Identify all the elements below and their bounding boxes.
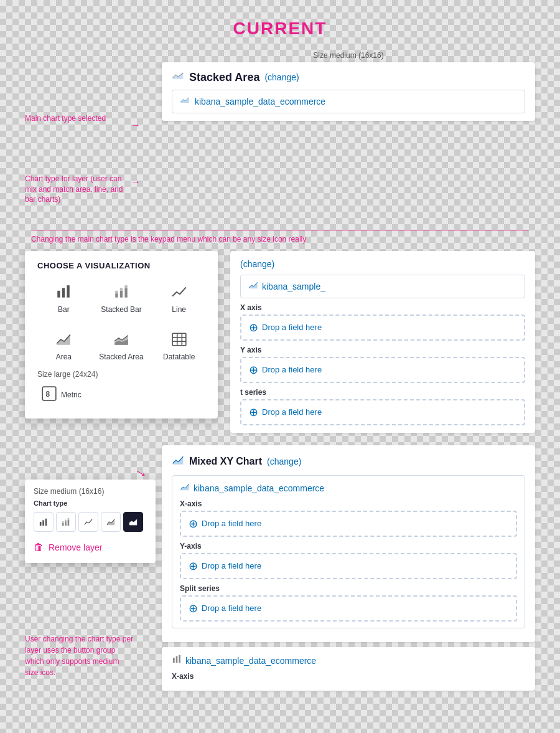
- chart-type-btn-stacked-area[interactable]: [123, 512, 143, 532]
- svg-rect-3: [62, 288, 65, 297]
- remove-layer-button[interactable]: 🗑 Remove layer: [34, 539, 147, 556]
- svg-rect-29: [45, 519, 47, 526]
- svg-rect-32: [65, 521, 67, 526]
- layer2-card: kibana_sample_data_ecommerce X-axis: [162, 647, 535, 691]
- layer2-icon: [172, 655, 182, 667]
- plus-icon-xaxis: ⊕: [249, 321, 258, 334]
- layer1-split-label: Split series: [180, 584, 517, 593]
- right-panel-yaxis-label: Y axis: [240, 346, 525, 354]
- svg-rect-10: [124, 285, 127, 288]
- layer1-xaxis-drop[interactable]: ⊕ Drop a field here: [180, 511, 517, 537]
- mixed-chart-change-link[interactable]: (change): [267, 456, 301, 466]
- mixed-chart-title: Mixed XY Chart: [189, 456, 262, 467]
- right-panel-card: (change) kibana_sample_ X axis ⊕ Drop a …: [230, 251, 535, 433]
- right-panel-xaxis-drop[interactable]: ⊕ Drop a field here: [240, 314, 525, 341]
- svg-rect-5: [115, 293, 118, 298]
- plus-icon-l1x: ⊕: [189, 517, 198, 531]
- layer-area-icon: [180, 95, 190, 108]
- svg-rect-24: [173, 658, 175, 663]
- viz-item-bar[interactable]: Bar: [37, 280, 90, 318]
- svg-rect-9: [124, 288, 127, 297]
- layer2-ds-name: kibana_sample_data_ecommerce: [185, 656, 316, 666]
- arrow-main-chart: →: [131, 120, 162, 131]
- right-panel-yaxis-drop[interactable]: ⊕ Drop a field here: [240, 357, 525, 383]
- plus-icon-l1s: ⊕: [189, 602, 198, 615]
- svg-rect-25: [176, 656, 178, 663]
- viz-label-metric: Metric: [61, 385, 82, 405]
- chart-type-button-group: [34, 512, 147, 532]
- right-panel-yaxis-drop-text: Drop a field here: [262, 365, 322, 374]
- viz-item-stacked-bar[interactable]: Stacked Bar: [95, 280, 148, 318]
- chart-type-popup: Size medium (16x16) Chart type: [25, 480, 156, 563]
- main-chart-change-link[interactable]: (change): [264, 72, 299, 82]
- mixed-area-icon: [172, 454, 184, 469]
- layer1-split-drop[interactable]: ⊕ Drop a field here: [180, 595, 517, 622]
- viz-label-line: Line: [172, 305, 186, 314]
- chart-type-btn-bar[interactable]: [34, 512, 54, 532]
- page-title: CURRENT: [0, 0, 560, 51]
- layer-row-top: kibana_sample_data_ecommerce: [172, 90, 525, 113]
- plus-icon-split: ⊕: [249, 405, 258, 419]
- bar-icon: [55, 284, 72, 303]
- svg-rect-6: [115, 291, 118, 293]
- layer1-xaxis-label: X-axis: [180, 499, 517, 508]
- svg-rect-28: [42, 520, 44, 526]
- chart-type-btn-area[interactable]: [101, 512, 121, 532]
- viz-item-stacked-area[interactable]: Stacked Area: [95, 328, 148, 365]
- trash-icon: 🗑: [34, 542, 44, 553]
- viz-item-line[interactable]: Line: [152, 280, 205, 318]
- layer1-xaxis-drop-text: Drop a field here: [202, 519, 261, 528]
- viz-label-stacked-area: Stacked Area: [99, 352, 143, 361]
- chart-type-btn-stacked-bar[interactable]: [56, 512, 76, 532]
- right-panel-split-drop-text: Drop a field here: [262, 407, 322, 417]
- changing-note: Changing the main chart type is the keyp…: [31, 235, 306, 244]
- svg-rect-26: [179, 655, 180, 663]
- svg-text:8: 8: [46, 390, 50, 399]
- right-panel-split-label: t series: [240, 388, 525, 397]
- right-panel-xaxis-drop-text: Drop a field here: [262, 323, 322, 332]
- right-panel-split-drop[interactable]: ⊕ Drop a field here: [240, 399, 525, 425]
- layer1-yaxis-drop[interactable]: ⊕ Drop a field here: [180, 553, 517, 579]
- plus-icon-yaxis: ⊕: [249, 363, 258, 377]
- layer1-icon: [180, 482, 190, 494]
- datatable-icon: [171, 331, 187, 350]
- size-note-bottom: Size medium (16x16): [34, 487, 147, 496]
- right-panel-change-link[interactable]: (change): [240, 259, 274, 269]
- svg-rect-27: [40, 522, 42, 526]
- arrow-layer: →: [131, 176, 162, 187]
- right-panel-ds-name: kibana_sample_: [262, 281, 325, 291]
- viz-label-area: Area: [56, 352, 72, 361]
- stacked-bar-icon: [113, 284, 129, 303]
- svg-rect-35: [68, 518, 70, 520]
- right-panel-xaxis-label: X axis: [240, 303, 525, 312]
- main-chart-title: Stacked Area: [189, 71, 259, 84]
- viz-item-area[interactable]: Area: [37, 328, 90, 365]
- svg-rect-8: [120, 288, 123, 290]
- viz-item-metric[interactable]: 8 Metric: [37, 381, 85, 409]
- layer-ds-name-top: kibana_sample_data_ecommerce: [195, 97, 325, 106]
- viz-popup-title: CHOOSE A VISUALIZATION: [37, 261, 205, 270]
- area-icon: [55, 331, 72, 350]
- svg-rect-31: [62, 521, 64, 523]
- layer1-split-drop-text: Drop a field here: [202, 603, 261, 613]
- stacked-area-icon-popup: [113, 331, 129, 350]
- chart-type-btn-line[interactable]: [78, 512, 98, 532]
- size-note-top: Size medium (16x16): [162, 51, 535, 60]
- layer2-xaxis-label: X-axis: [172, 672, 525, 681]
- line-icon: [171, 284, 187, 303]
- metric-icon: 8: [41, 385, 57, 404]
- viz-item-datatable[interactable]: Datatable: [152, 328, 205, 365]
- mixed-xy-card: Mixed XY Chart (change) kibana_sample_da…: [162, 445, 535, 642]
- svg-rect-4: [67, 285, 70, 298]
- bottom-annotation: User changing the chart type per layer u…: [25, 633, 134, 678]
- viz-label-stacked-bar: Stacked Bar: [101, 305, 141, 314]
- size-large-note: Size large (24x24): [37, 370, 205, 379]
- chart-type-label: Chart type: [34, 499, 147, 507]
- viz-label-datatable: Datatable: [163, 352, 195, 361]
- user-changing-note: User changing the chart type per layer u…: [25, 635, 133, 677]
- annotation-chart-layer: Chart type for layer (user can mix and m…: [25, 174, 131, 205]
- main-chart-card: Stacked Area (change) kibana_sample_data…: [162, 62, 535, 121]
- svg-rect-14: [172, 333, 186, 346]
- annotation-main-chart: Main chart type selected: [25, 113, 131, 124]
- remove-layer-label: Remove layer: [49, 542, 102, 552]
